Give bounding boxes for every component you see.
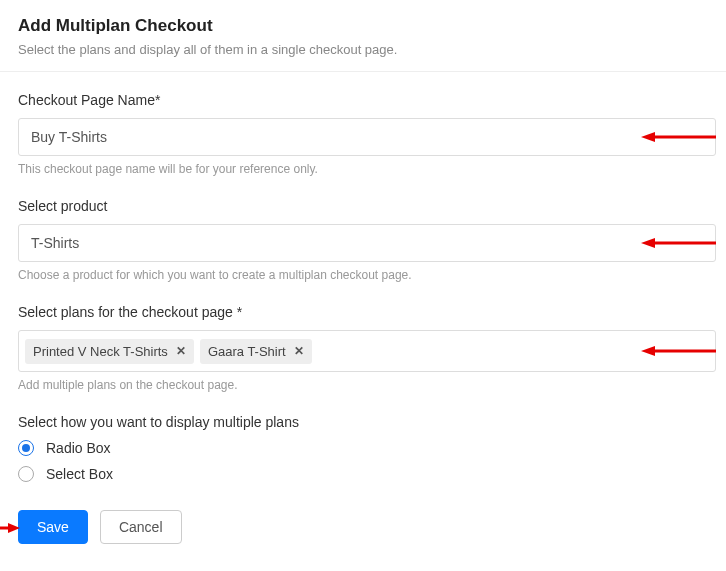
plans-tag-input[interactable]: Printed V Neck T-Shirts ✕ Gaara T-Shirt …	[18, 330, 716, 372]
plan-tag-label: Printed V Neck T-Shirts	[33, 344, 168, 359]
page-name-label: Checkout Page Name*	[18, 92, 726, 108]
button-row: Save Cancel	[18, 510, 726, 544]
radio-icon[interactable]	[18, 466, 34, 482]
plans-label: Select plans for the checkout page *	[18, 304, 726, 320]
save-button[interactable]: Save	[18, 510, 88, 544]
radio-icon[interactable]	[18, 440, 34, 456]
page-subtitle: Select the plans and display all of them…	[18, 42, 726, 57]
product-helper: Choose a product for which you want to c…	[18, 268, 726, 282]
header-divider	[0, 71, 726, 72]
plan-tag: Printed V Neck T-Shirts ✕	[25, 339, 194, 364]
plans-helper: Add multiple plans on the checkout page.	[18, 378, 726, 392]
plans-section: Select plans for the checkout page * Pri…	[18, 304, 726, 392]
radio-label: Radio Box	[46, 440, 111, 456]
radio-label: Select Box	[46, 466, 113, 482]
page-name-section: Checkout Page Name* This checkout page n…	[18, 92, 726, 176]
cancel-button[interactable]: Cancel	[100, 510, 182, 544]
page-title: Add Multiplan Checkout	[18, 16, 726, 36]
plan-tag-label: Gaara T-Shirt	[208, 344, 286, 359]
close-icon[interactable]: ✕	[294, 344, 304, 358]
plan-tag: Gaara T-Shirt ✕	[200, 339, 312, 364]
display-mode-section: Select how you want to display multiple …	[18, 414, 726, 482]
product-select[interactable]: T-Shirts	[18, 224, 716, 262]
radio-option-select-box[interactable]: Select Box	[18, 466, 726, 482]
display-mode-label: Select how you want to display multiple …	[18, 414, 726, 430]
page-name-input[interactable]	[18, 118, 716, 156]
product-section: Select product T-Shirts Choose a product…	[18, 198, 726, 282]
page-name-helper: This checkout page name will be for your…	[18, 162, 726, 176]
display-mode-radio-group: Radio Box Select Box	[18, 440, 726, 482]
radio-option-radio-box[interactable]: Radio Box	[18, 440, 726, 456]
close-icon[interactable]: ✕	[176, 344, 186, 358]
annotation-arrow-icon	[0, 520, 20, 536]
product-label: Select product	[18, 198, 726, 214]
